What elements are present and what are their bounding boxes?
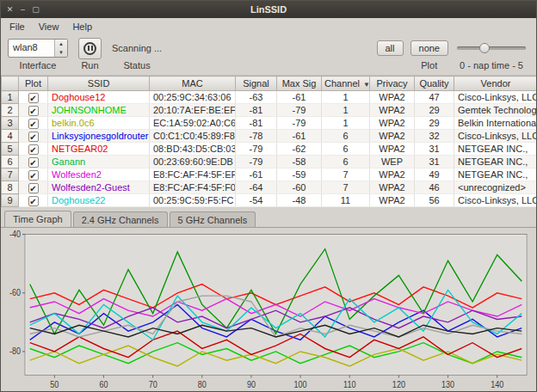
col-header-ssid[interactable]: SSID: [48, 77, 150, 91]
col-header-privacy[interactable]: Privacy: [370, 77, 415, 91]
tab-5ghz-channels[interactable]: 5 GHz Channels: [170, 211, 256, 227]
close-button[interactable]: ✕: [4, 4, 15, 15]
interface-select[interactable]: wlan8 ▲ ▼: [8, 39, 68, 58]
nap-time-slider[interactable]: [455, 39, 528, 58]
mac-cell: 08:BD:43:D5:CB:03: [150, 143, 236, 156]
row-number: 9: [2, 194, 19, 207]
quality-cell: 31: [415, 143, 454, 156]
signal-cell: -61: [236, 168, 277, 181]
ssid-cell: Wolfesden2-Guest: [48, 181, 150, 194]
network-table: Plot SSID MAC Signal Max Sig Channel▼ Pr…: [1, 76, 537, 207]
plot-checkbox[interactable]: ✔: [28, 106, 39, 116]
mac-cell: C0:C1:C0:45:89:F8: [150, 130, 236, 143]
menu-help[interactable]: Help: [65, 20, 99, 34]
table-row: 5✔NETGEAR0208:BD:43:D5:CB:03-79-626WPA23…: [2, 143, 537, 156]
plot-checkbox-cell[interactable]: ✔: [19, 104, 48, 117]
plot-checkbox[interactable]: ✔: [28, 196, 39, 206]
privacy-cell: WPA2: [370, 130, 415, 143]
plot-checkbox-cell[interactable]: ✔: [19, 181, 48, 194]
window-controls: ✕ – ▢: [1, 4, 44, 15]
quality-cell: 47: [415, 91, 454, 104]
plot-checkbox[interactable]: ✔: [28, 170, 39, 181]
plot-checkbox-cell[interactable]: ✔: [19, 130, 48, 143]
channel-cell: 6: [322, 156, 370, 168]
table-row: 1✔Doghouse1200:25:9C:34:63:06-63-611WPA2…: [2, 91, 537, 104]
mac-cell: 00:25:9C:59:F5:FC: [150, 194, 236, 207]
row-number: 2: [2, 104, 19, 117]
linssid-window: ✕ – ▢ LinSSID File View Help wlan8 ▲ ▼: [0, 0, 537, 392]
col-header-quality[interactable]: Quality: [415, 77, 454, 91]
ssid-cell: belkin.0c6: [48, 117, 150, 130]
signal-cell: -81: [236, 104, 277, 117]
privacy-cell: WPA2: [370, 104, 415, 117]
vendor-cell: Cisco-Linksys, LLC: [454, 130, 537, 143]
minimize-button[interactable]: –: [17, 4, 28, 15]
privacy-cell: WPA2: [370, 117, 415, 130]
spinner-down-icon[interactable]: ▼: [55, 48, 67, 57]
maximize-button[interactable]: ▢: [30, 4, 41, 15]
menu-view[interactable]: View: [32, 20, 66, 34]
plot-checkbox[interactable]: ✔: [28, 93, 39, 103]
plot-checkbox-cell[interactable]: ✔: [19, 168, 48, 181]
row-number: 5: [2, 143, 19, 156]
slider-knob[interactable]: [479, 43, 490, 53]
plot-checkbox[interactable]: ✔: [28, 157, 39, 168]
interface-spinner[interactable]: ▲ ▼: [54, 40, 67, 57]
pause-icon: [83, 42, 96, 55]
col-header-signal[interactable]: Signal: [236, 77, 277, 91]
toolbar-right: all none Plot 0 - nap time - 5: [377, 37, 528, 75]
plot-checkbox-cell[interactable]: ✔: [19, 194, 48, 207]
quality-cell: 29: [415, 104, 454, 117]
plot-checkbox-cell[interactable]: ✔: [19, 117, 48, 130]
table-row: 4✔LinksysjonesgoldrouterC0:C1:C0:45:89:F…: [2, 130, 537, 143]
vendor-cell: NETGEAR INC.,: [454, 156, 537, 168]
ssid-cell: Doghouse22: [48, 194, 150, 207]
table-row: 6✔Ganann00:23:69:60:9E:DB-79-586WEP31NET…: [2, 156, 537, 168]
interface-value: wlan8: [9, 40, 54, 57]
mac-cell: EC:1A:59:02:A0:C6: [150, 117, 236, 130]
privacy-cell: WEP: [370, 156, 415, 168]
table-row: 7✔Wolfesden2E8:FC:AF:F4:5F:EF-61-597WPA2…: [2, 168, 537, 181]
plot-checkbox[interactable]: ✔: [28, 183, 39, 193]
run-pause-button[interactable]: [78, 38, 102, 59]
tab-24ghz-channels[interactable]: 2.4 GHz Channels: [73, 211, 168, 227]
max-sig-cell: -59: [277, 168, 322, 181]
time-graph: -40-60-805060708090100110120130140: [3, 230, 534, 390]
quality-cell: 46: [415, 181, 454, 194]
signal-cell: -79: [236, 143, 277, 156]
plot-checkbox-cell[interactable]: ✔: [19, 91, 48, 104]
status-text: Scanning ...: [112, 43, 162, 53]
plot-checkbox-cell[interactable]: ✔: [19, 156, 48, 168]
svg-text:80: 80: [198, 379, 207, 389]
plot-checkbox-cell[interactable]: ✔: [19, 143, 48, 156]
plot-none-button[interactable]: none: [410, 40, 448, 56]
channel-cell: 6: [322, 130, 370, 143]
mac-cell: 00:23:69:60:9E:DB: [150, 156, 236, 168]
row-number: 7: [2, 168, 19, 181]
svg-text:-80: -80: [9, 346, 21, 357]
max-sig-cell: -61: [277, 130, 322, 143]
window-title: LinSSID: [44, 4, 493, 15]
plot-checkbox[interactable]: ✔: [28, 144, 39, 155]
col-header-vendor[interactable]: Vendor: [454, 77, 537, 91]
plot-checkbox[interactable]: ✔: [28, 119, 39, 129]
col-header-max-sig[interactable]: Max Sig: [277, 77, 322, 91]
menu-file[interactable]: File: [3, 20, 32, 34]
col-header-channel[interactable]: Channel▼: [322, 77, 370, 91]
tab-time-graph[interactable]: Time Graph: [4, 211, 71, 228]
quality-cell: 31: [415, 156, 454, 168]
svg-text:50: 50: [50, 379, 59, 389]
privacy-cell: WPA2: [370, 194, 415, 207]
spinner-up-icon[interactable]: ▲: [55, 40, 67, 48]
quality-cell: 56: [415, 194, 454, 207]
channel-cell: 6: [322, 143, 370, 156]
mac-cell: 00:25:9C:34:63:06: [150, 91, 236, 104]
plot-all-button[interactable]: all: [377, 40, 404, 56]
row-number: 3: [2, 117, 19, 130]
col-header-plot[interactable]: Plot: [19, 77, 48, 91]
svg-text:110: 110: [343, 379, 355, 389]
col-header-mac[interactable]: MAC: [150, 77, 236, 91]
channel-cell: 7: [322, 181, 370, 194]
interface-label: Interface: [20, 60, 57, 70]
plot-checkbox[interactable]: ✔: [28, 132, 39, 142]
